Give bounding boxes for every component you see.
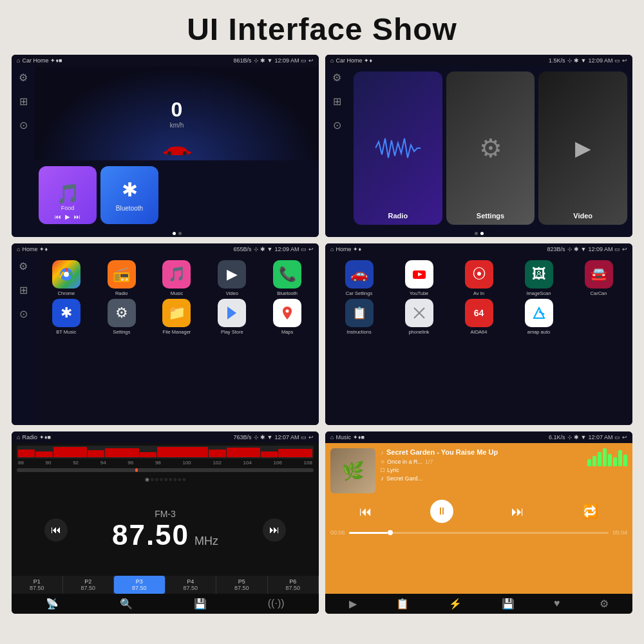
repeat-btn[interactable]: 🔁	[582, 504, 598, 519]
grid-icon-3[interactable]: ⊞	[19, 284, 28, 296]
preset-p6[interactable]: P6 87.50	[268, 576, 319, 594]
nav-icon-3[interactable]: ⊙	[19, 308, 28, 320]
music-visualizer	[587, 448, 627, 466]
list-item[interactable]: 📻 Radio	[95, 260, 148, 296]
settings-icon-1[interactable]: ⚙	[19, 71, 28, 84]
list-item[interactable]: YouTube	[390, 260, 448, 296]
radio-unit: MHz	[194, 535, 218, 548]
radio-rss-icon: 📡	[46, 598, 59, 610]
list-item[interactable]: 🎵 Music	[151, 260, 204, 296]
list-item[interactable]: ⦿ Av In	[450, 260, 507, 296]
list-item[interactable]: Chrome	[40, 260, 93, 296]
radio-bottom-bar: 📡 🔍 💾 ((·))	[12, 594, 319, 614]
page-dots-2	[325, 230, 632, 237]
music-bottom-bar: ▶ 📋 ⚡ 💾 ♥ ⚙	[325, 594, 632, 614]
nav-icon-1[interactable]: ⊙	[19, 119, 28, 131]
radio-prev-btn[interactable]: ⏮	[44, 518, 68, 542]
prev-icon[interactable]: ⏮	[55, 213, 61, 220]
status-label-1: Car Home	[22, 57, 48, 64]
list-item[interactable]: 📋 Instructions	[330, 299, 388, 335]
list-item[interactable]: 🚗 Car Settings	[330, 260, 388, 296]
playstore-icon	[218, 299, 246, 327]
freq-bar-visual	[17, 446, 314, 459]
screen-1: ⌂ Car Home ✦♦■ 861B/s ⊹ ✱ ▼ 12:09 AM ▭ ↩…	[12, 55, 319, 237]
list-item[interactable]: amap auto	[510, 299, 567, 335]
preset-p2[interactable]: P2 87.50	[63, 576, 115, 594]
music-heart-icon[interactable]: ♥	[554, 598, 560, 609]
list-item[interactable]: Play Store	[205, 299, 258, 335]
music-list-icon[interactable]: 📋	[396, 598, 409, 610]
video-app-label: Video	[226, 290, 238, 296]
instr-label: Instructions	[346, 329, 371, 335]
youtube-icon	[405, 260, 433, 289]
preset-p4[interactable]: P4 87.50	[166, 576, 217, 594]
music-controls[interactable]: ⏮ ▶ ⏭	[55, 213, 80, 220]
radio-frequency: 87.50	[112, 519, 189, 551]
video-card[interactable]: ▶ Video	[538, 71, 627, 225]
album-art: 🌿	[330, 448, 375, 493]
music-play-icon[interactable]: ▶	[349, 598, 357, 610]
list-item[interactable]: 64 AIDA64	[450, 299, 507, 335]
amap-icon	[525, 299, 553, 327]
skip-next-btn[interactable]: ⏭	[511, 504, 524, 519]
settings-icon-3[interactable]: ⚙	[19, 260, 28, 272]
music-eq-icon[interactable]: ⚙	[600, 598, 609, 610]
gear-large-icon: ⚙	[479, 133, 502, 163]
settings-card[interactable]: ⚙ Settings	[446, 71, 535, 225]
bluetooth-app-card[interactable]: ✱ Bluetooth	[100, 166, 158, 224]
music-player: 🌿 ♪ Secret Garden - You Raise Me Up ○ On…	[325, 443, 632, 594]
list-item[interactable]: ▶ Video	[205, 260, 258, 296]
radio-presets: P1 87.50 P2 87.50 P3 87.50 P4 87.50 P5	[12, 576, 319, 594]
next-icon[interactable]: ⏭	[74, 213, 80, 220]
bt-music-label: BT Music	[56, 329, 76, 335]
play-icon[interactable]: ▶	[65, 213, 70, 220]
list-item[interactable]: 📁 File Manager	[151, 299, 204, 335]
speed-value: 0	[170, 98, 184, 122]
chrome-icon	[52, 260, 80, 289]
nav-icon-2[interactable]: ⊙	[333, 119, 341, 131]
settings-app-icon: ⚙	[108, 299, 136, 327]
list-item[interactable]: Maps	[261, 299, 314, 335]
skip-prev-btn[interactable]: ⏮	[359, 504, 372, 519]
preset-p1[interactable]: P1 87.50	[12, 576, 63, 594]
page-dots-1	[35, 230, 319, 237]
progress-track[interactable]	[349, 532, 609, 534]
preset-p3[interactable]: P3 87.50	[114, 576, 166, 594]
list-item[interactable]: 🖼 ImageScan	[510, 260, 567, 296]
radio-wave-visual	[375, 135, 421, 161]
settings-icon-2[interactable]: ⚙	[332, 71, 341, 84]
list-item[interactable]: ✱ BT Music	[40, 299, 93, 335]
song-title: Secret Garden - You Raise Me Up	[386, 448, 498, 456]
svg-point-4	[64, 272, 69, 277]
play-pause-btn[interactable]: ⏸	[430, 500, 453, 523]
speedometer: 0 km/h	[35, 66, 319, 160]
radio-app-label: Radio	[115, 290, 128, 296]
status-bar-6: ⌂ Music ✦♦■ 6.1K/s ⊹ ✱ ▼ 12:07 AM ▭ ↩	[325, 431, 632, 443]
music-sd-icon[interactable]: 💾	[502, 598, 515, 610]
radio-next-btn[interactable]: ⏭	[263, 518, 286, 542]
progress-fill	[349, 532, 388, 534]
aida-label: AIDA64	[471, 329, 488, 335]
radio-card[interactable]: Radio	[354, 71, 442, 225]
files-icon: 📁	[162, 299, 191, 327]
screen-grid: ⌂ Car Home ✦♦■ 861B/s ⊹ ✱ ▼ 12:09 AM ▭ ↩…	[0, 55, 644, 621]
screen-3: ⌂ Home ✦♦ 655B/s ⊹ ✱ ▼ 12:09 AM ▭ ↩ ⚙ ⊞ …	[12, 243, 319, 426]
list-item[interactable]: phonelink	[390, 299, 448, 335]
carsettings-label: Car Settings	[346, 290, 372, 296]
grid-icon-2[interactable]: ⊞	[333, 95, 341, 108]
grid-icon-1[interactable]: ⊞	[19, 95, 28, 108]
progress-dot	[388, 530, 393, 535]
media-cards: Radio ⚙ Settings ▶ Video	[348, 66, 632, 230]
music-usb-icon[interactable]: ⚡	[449, 598, 462, 610]
preset-p5[interactable]: P5 87.50	[216, 576, 268, 594]
instr-icon: 📋	[345, 299, 374, 327]
list-item[interactable]: 🚘 CarCan	[570, 260, 627, 296]
radio-search-icon[interactable]: 🔍	[120, 598, 133, 610]
video-label: Video	[573, 212, 592, 220]
radio-save-icon[interactable]: 💾	[194, 598, 207, 610]
list-item[interactable]: ⚙ Settings	[95, 299, 148, 335]
maps-icon	[273, 299, 301, 327]
list-item[interactable]: 📞 Bluetooth	[261, 260, 314, 296]
home-icon-1: ⌂	[17, 57, 20, 64]
music-app-card[interactable]: 🎵 Food ⏮ ▶ ⏭	[39, 166, 97, 224]
